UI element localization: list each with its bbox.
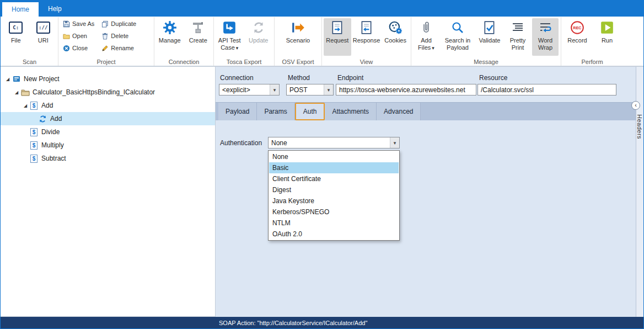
group-label-scan: Scan [1, 59, 58, 65]
folder-icon [20, 88, 30, 97]
tab-home[interactable]: Home [2, 2, 39, 17]
pretty-print-lines-icon [511, 20, 525, 35]
method-icon: $ [29, 154, 39, 163]
api-test-case-button[interactable]: API Test Case▾ [216, 18, 244, 56]
chevron-down-icon[interactable]: ▾ [270, 84, 279, 95]
option-basic[interactable]: Basic [269, 162, 399, 173]
tab-auth[interactable]: Auth [295, 103, 325, 120]
word-wrap-arrow-icon [538, 20, 552, 35]
tab-payload[interactable]: Payload [218, 103, 257, 120]
ribbon-group-message: Add Files▾ Search in Payload Validate Pr… [411, 17, 561, 66]
word-wrap-button[interactable]: Word Wrap [532, 18, 559, 56]
method-dropdown-value: POST [287, 86, 324, 94]
save-icon [62, 20, 70, 28]
close-button[interactable]: Close [60, 43, 96, 54]
method-dropdown[interactable]: POST ▾ [286, 84, 334, 95]
expander-icon[interactable]: ◢ [13, 90, 20, 95]
option-client-certificate[interactable]: Client Certificate [269, 173, 399, 184]
ribbon-group-scan: C: File :// URI Scan [1, 17, 58, 66]
tree-item-new-project[interactable]: ◢ New Project [1, 72, 215, 86]
update-sync-icon [251, 20, 266, 35]
api-test-case-label: API Test Case▾ [216, 37, 243, 51]
uri-button-label: URI [38, 37, 49, 44]
group-label-view: View [322, 59, 411, 65]
duplicate-button[interactable]: Duplicate [99, 18, 138, 29]
trash-icon [101, 32, 109, 40]
save-as-button[interactable]: Save As [60, 18, 96, 29]
resource-input[interactable] [477, 84, 616, 95]
tree-item-subtract[interactable]: $ Subtract [1, 152, 215, 165]
tab-advanced[interactable]: Advanced [377, 103, 421, 120]
validate-check-icon [482, 20, 497, 35]
request-button[interactable]: Request [324, 18, 351, 56]
group-label-osv-export: OSV Export [275, 59, 321, 65]
endpoint-field-label: Endpoint [337, 74, 363, 82]
response-label: Response [353, 37, 380, 44]
request-label: Request [326, 37, 348, 44]
option-oauth2[interactable]: OAuth 2.0 [269, 229, 399, 240]
pretty-print-button[interactable]: Pretty Print [505, 18, 531, 56]
tab-attachments[interactable]: Attachments [325, 103, 377, 120]
search-in-payload-button[interactable]: Search in Payload [441, 18, 475, 56]
manage-button[interactable]: Manage [156, 18, 184, 56]
authentication-dropdown[interactable]: None ▾ [268, 137, 400, 148]
open-button[interactable]: Open [60, 30, 96, 41]
open-label: Open [72, 33, 87, 39]
expander-icon[interactable]: ◢ [4, 77, 12, 82]
ribbon-group-view: Request Response Cookies View [322, 17, 411, 66]
tree-item-divide[interactable]: $ Divide [1, 125, 215, 139]
option-ntlm[interactable]: NTLM [269, 217, 399, 229]
tree-item-label: Subtract [41, 155, 66, 162]
tree-item-add-request[interactable]: Add [1, 112, 215, 125]
tab-params[interactable]: Params [257, 103, 294, 120]
dropdown-caret-icon: ▾ [236, 45, 239, 51]
endpoint-input[interactable] [336, 84, 476, 95]
record-button[interactable]: REC Record [563, 18, 592, 56]
tree-item-multiply[interactable]: $ Multiply [1, 139, 215, 152]
chevron-down-icon[interactable]: ▾ [390, 137, 399, 148]
validate-button[interactable]: Validate [476, 18, 503, 56]
option-none[interactable]: None [269, 151, 399, 162]
add-files-label: Add Files▾ [414, 37, 439, 51]
connection-field-label: Connection [220, 74, 254, 82]
pencil-icon [101, 44, 109, 52]
cookies-button[interactable]: Cookies [382, 18, 409, 56]
connection-dropdown[interactable]: <explicit> ▾ [219, 84, 280, 95]
api-test-case-icon [222, 20, 237, 35]
expander-icon[interactable]: ◢ [22, 103, 29, 108]
response-button[interactable]: Response [352, 18, 381, 56]
group-label-project: Project [58, 59, 154, 65]
refresh-icon [38, 114, 47, 123]
search-icon [450, 20, 465, 35]
headers-panel-tab[interactable]: Headers [636, 114, 643, 139]
gear-icon [163, 20, 177, 35]
chevron-down-icon[interactable]: ▾ [324, 84, 333, 95]
duplicate-icon [101, 20, 109, 28]
rename-button[interactable]: Rename [99, 43, 138, 54]
tree-item-calculator-folder[interactable]: ◢ Calculator_BasicHttpsBinding_ICalculat… [1, 86, 215, 99]
update-label: Update [249, 37, 268, 44]
dropdown-caret-icon: ▾ [432, 45, 434, 51]
delete-button[interactable]: Delete [99, 30, 138, 41]
create-button[interactable]: Create [185, 18, 212, 56]
collapse-chevron-icon[interactable]: ‹ [631, 101, 640, 110]
uri-scan-icon: :// [36, 20, 50, 35]
run-button[interactable]: Run [593, 18, 621, 56]
tree-item-add-folder[interactable]: ◢ $ Add [1, 99, 215, 112]
status-bar: SOAP Action: "http://CalculatorService/I… [1, 317, 643, 328]
update-button[interactable]: Update [245, 18, 273, 56]
pretty-print-label: Pretty Print [505, 37, 530, 51]
option-kerberos-spnego[interactable]: Kerberos/SPNEGO [269, 206, 399, 217]
option-digest[interactable]: Digest [269, 184, 399, 195]
add-files-button[interactable]: Add Files▾ [413, 18, 439, 56]
file-button[interactable]: C: File [3, 18, 29, 56]
paperclip-icon [419, 20, 433, 35]
run-play-icon [600, 20, 614, 35]
tab-help[interactable]: Help [39, 1, 71, 17]
scenario-button[interactable]: Scenario [284, 18, 313, 56]
method-icon: $ [29, 128, 39, 136]
uri-button[interactable]: :// URI [30, 18, 57, 56]
ribbon-group-connection: Manage Create Connection [154, 17, 214, 66]
project-tree: ◢ New Project ◢ Calculator_BasicHttpsBin… [1, 66, 216, 317]
option-java-keystore[interactable]: Java Keystore [269, 195, 399, 206]
